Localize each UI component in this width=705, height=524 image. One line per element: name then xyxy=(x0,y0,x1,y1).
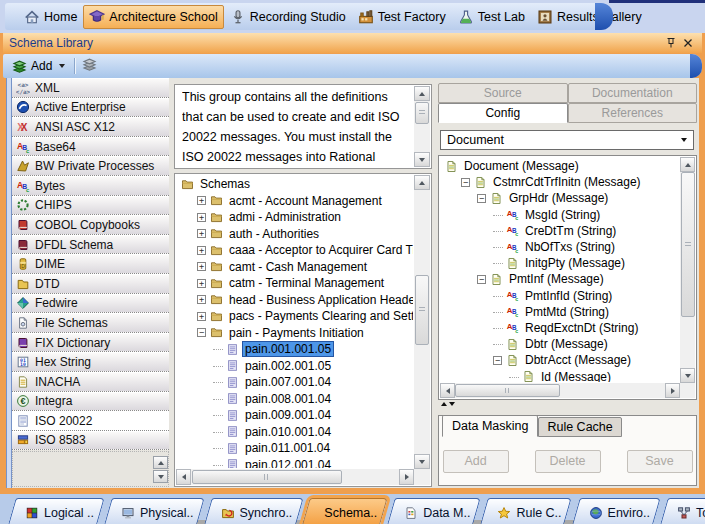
expander-plus-icon[interactable]: + xyxy=(197,246,206,255)
tree-item-pmtinf-message[interactable]: −PmtInf (Message) xyxy=(441,271,679,287)
message-tree-horizontal-scrollbar[interactable] xyxy=(440,383,680,398)
sidebar-item-bytes[interactable]: ABcBytes xyxy=(12,176,169,196)
tree-item-pain-011-001-04[interactable]: pain.011.001.04 xyxy=(177,440,413,457)
add-button[interactable]: Add xyxy=(443,450,509,473)
paste-schema-button[interactable] xyxy=(82,57,97,75)
expander-minus-icon[interactable]: − xyxy=(477,275,486,284)
sidebar-item-hex-string[interactable]: 0110Hex String xyxy=(12,352,169,372)
toolbar-item-home[interactable]: Home xyxy=(18,5,83,29)
sidebar-item-dtd[interactable]: DTD xyxy=(12,274,169,294)
expander-plus-icon[interactable]: + xyxy=(197,229,206,238)
close-icon[interactable] xyxy=(679,36,696,51)
sidebar-item-iso-20022[interactable]: ISO 20022 xyxy=(12,411,169,431)
tree-item-pmtmtd-string[interactable]: ABcPmtMtd (String) xyxy=(441,304,679,320)
sidebar-item-ansi-asc-x12[interactable]: XXANSI ASC X12 xyxy=(12,117,169,137)
scrollbar-thumb[interactable] xyxy=(681,172,695,317)
scroll-down-icon[interactable] xyxy=(414,454,430,469)
sidebar-item-base64[interactable]: ABcBase64 xyxy=(12,137,169,157)
tree-item-head-business-application-header[interactable]: +head - Business Application Header xyxy=(177,292,413,309)
scroll-left-icon[interactable] xyxy=(440,383,455,398)
tree-item-pain-007-001-04[interactable]: pain.007.001.04 xyxy=(177,374,413,391)
tab-config[interactable]: Config xyxy=(438,103,568,123)
tree-item-pmtinfid-string[interactable]: ABcPmtInfId (String) xyxy=(441,288,679,304)
scroll-up-icon[interactable] xyxy=(153,456,168,469)
tree-item-camt-cash-management[interactable]: +camt - Cash Management xyxy=(177,259,413,276)
tree-item-schemas[interactable]: Schemas xyxy=(177,176,413,193)
tab-references[interactable]: References xyxy=(568,103,698,123)
scrollbar-thumb[interactable] xyxy=(415,275,429,345)
panel-splitter-handle[interactable] xyxy=(441,402,455,406)
scroll-right-icon[interactable] xyxy=(665,383,680,398)
expander-plus-icon[interactable]: + xyxy=(197,196,206,205)
toolbar-item-test-lab[interactable]: Test Lab xyxy=(452,5,531,29)
pin-icon[interactable] xyxy=(662,36,679,51)
toolbar-item-recording-studio[interactable]: Recording Studio xyxy=(224,5,352,29)
expander-plus-icon[interactable]: + xyxy=(197,279,206,288)
tree-item-id-message[interactable]: Id (Message) xyxy=(441,368,679,382)
perspective-tab-logical[interactable]: Logical .. xyxy=(10,498,103,524)
perspective-tab-rule-c[interactable]: Rule C.. xyxy=(482,498,570,524)
toolbar-item-architecture-school[interactable]: Architecture School xyxy=(83,5,223,29)
toolbar-item-test-factory[interactable]: Test Factory xyxy=(352,5,452,29)
perspective-tab-schema[interactable]: Schema.. xyxy=(304,498,386,524)
tree-item-msgid-string[interactable]: ABcMsgId (String) xyxy=(441,207,679,223)
scroll-down-icon[interactable] xyxy=(153,470,168,483)
tree-item-pain-008-001-04[interactable]: pain.008.001.04 xyxy=(177,391,413,408)
scrollbar-thumb[interactable] xyxy=(192,470,342,484)
scroll-up-icon[interactable] xyxy=(680,157,695,172)
tree-item-dbtr-message[interactable]: Dbtr (Message) xyxy=(441,336,679,352)
perspective-tab-topolog[interactable]: Topolog.. xyxy=(662,498,705,524)
sidebar-item-active-enterprise[interactable]: Active Enterprise xyxy=(12,98,169,118)
tree-item-cstmrcdttrfinitn-message[interactable]: −CstmrCdtTrfInitn (Message) xyxy=(441,174,679,190)
tree-item-nboftxs-string[interactable]: ABcNbOfTxs (String) xyxy=(441,239,679,255)
tree-item-caaa-acceptor-to-acquirer-card-tra[interactable]: +caaa - Acceptor to Acquirer Card Tra xyxy=(177,242,413,259)
scrollbar-thumb[interactable] xyxy=(415,102,429,124)
tree-item-admi-administration[interactable]: +admi - Administration xyxy=(177,209,413,226)
perspective-tab-physical[interactable]: Physical.. xyxy=(106,498,203,524)
tree-item-auth-authorities[interactable]: +auth - Authorities xyxy=(177,226,413,243)
tree-item-pacs-payments-clearing-and-settle[interactable]: +pacs - Payments Clearing and Settle xyxy=(177,308,413,325)
sidebar-item-cobol-copybooks[interactable]: COBOL Copybooks xyxy=(12,215,169,235)
tree-item-pain-009-001-04[interactable]: pain.009.001.04 xyxy=(177,407,413,424)
sidebar-item-chips[interactable]: CHIPS xyxy=(12,196,169,216)
sidebar-item-xml[interactable]: <a></a>XML xyxy=(12,78,169,98)
sidebar-item-inacha[interactable]: INACHA xyxy=(12,372,169,392)
sidebar-item-dime[interactable]: DDIME xyxy=(12,254,169,274)
perspective-tab-data-m[interactable]: Data M.. xyxy=(389,498,479,524)
tab-source[interactable]: Source xyxy=(438,83,568,103)
delete-button[interactable]: Delete xyxy=(535,450,601,473)
expander-minus-icon[interactable]: − xyxy=(477,194,486,203)
splitter-up-icon[interactable] xyxy=(441,402,447,406)
tree-item-pain-010-001-04[interactable]: pain.010.001.04 xyxy=(177,424,413,441)
perspective-tab-synchro[interactable]: Synchro.. xyxy=(206,498,302,524)
tree-item-initgpty-message[interactable]: InitgPty (Message) xyxy=(441,255,679,271)
tree-horizontal-scrollbar[interactable] xyxy=(176,469,414,485)
scroll-right-icon[interactable] xyxy=(399,469,414,485)
sidebar-item-fix-dictionary[interactable]: FIX Dictionary xyxy=(12,333,169,353)
scroll-left-icon[interactable] xyxy=(176,469,191,485)
expander-plus-icon[interactable]: + xyxy=(197,213,206,222)
tree-item-acmt-account-management[interactable]: +acmt - Account Management xyxy=(177,193,413,210)
scroll-down-icon[interactable] xyxy=(414,152,430,167)
sidebar-item-file-schemas[interactable]: File Schemas xyxy=(12,313,169,333)
sidebar-item-dfdl-schema[interactable]: DFDL Schema xyxy=(12,235,169,255)
expander-minus-icon[interactable]: − xyxy=(197,328,206,337)
tree-item-pain-002-001-05[interactable]: pain.002.001.05 xyxy=(177,358,413,375)
tree-item-pain-001-001-05[interactable]: pain.001.001.05 xyxy=(177,341,413,358)
perspective-tab-enviro[interactable]: Enviro.. xyxy=(574,498,659,524)
scroll-up-icon[interactable] xyxy=(414,175,430,190)
message-tree-vertical-scrollbar[interactable] xyxy=(680,157,695,383)
tree-item-pain-012-001-04[interactable]: pain.012.001.04 xyxy=(177,457,413,469)
scrollbar-thumb[interactable] xyxy=(455,384,560,397)
expander-minus-icon[interactable]: − xyxy=(461,178,470,187)
scroll-up-icon[interactable] xyxy=(414,86,430,101)
chevron-down-icon[interactable] xyxy=(59,64,65,68)
tree-item-credttm-string[interactable]: ABcCreDtTm (String) xyxy=(441,223,679,239)
tab-data-masking[interactable]: Data Masking xyxy=(442,415,538,437)
add-button[interactable]: Add xyxy=(9,58,68,75)
description-vertical-scrollbar[interactable] xyxy=(414,86,430,167)
toolbar-item-results-gallery[interactable]: Results Gallery xyxy=(531,5,648,29)
tree-item-grphdr-message[interactable]: −GrpHdr (Message) xyxy=(441,190,679,206)
document-dropdown[interactable]: Document xyxy=(440,130,694,150)
tree-item-dbtracct-message[interactable]: −DbtrAcct (Message) xyxy=(441,352,679,368)
